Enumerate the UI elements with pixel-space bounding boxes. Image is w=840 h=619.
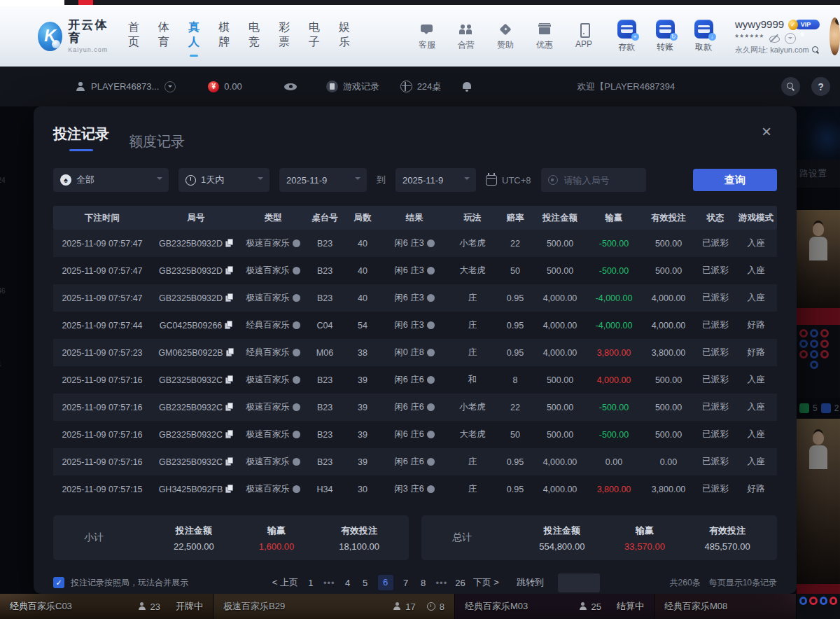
- table-tile[interactable]: 极速百家乐B29178: [214, 594, 455, 619]
- copy-icon[interactable]: [225, 321, 232, 330]
- nav-esports[interactable]: 电竞: [248, 20, 260, 53]
- notifications-button[interactable]: [462, 81, 472, 92]
- cell-result: 闲6 庄3: [381, 319, 448, 331]
- chevron-down-icon[interactable]: [785, 33, 796, 44]
- page-button[interactable]: 8: [419, 578, 428, 588]
- partner-button[interactable]: 合营: [454, 22, 479, 51]
- lobby-grid-icon: [400, 81, 412, 92]
- search-button[interactable]: [781, 77, 800, 96]
- transfer-button[interactable]: ↻ 转账: [652, 20, 678, 53]
- date-from-select[interactable]: 2025-11-9: [279, 168, 367, 192]
- deposit-button[interactable]: + 存款: [613, 20, 640, 53]
- app-button[interactable]: APP: [571, 22, 596, 51]
- page-button[interactable]: 4: [343, 578, 353, 588]
- query-button[interactable]: 查询: [693, 169, 777, 191]
- merge-checkbox[interactable]: [53, 577, 64, 588]
- next-page-button[interactable]: 下页 >: [473, 576, 499, 589]
- cell-valid: 0.00: [641, 457, 696, 467]
- table-strip: 经典百家乐C0323开牌中极速百家乐B29178经典百家乐M0325结算中经典百…: [0, 594, 797, 619]
- cell-mode: 好路: [735, 347, 777, 359]
- nav-sports[interactable]: 体育: [158, 20, 169, 53]
- page-button[interactable]: 26: [455, 578, 465, 588]
- info-icon: [293, 458, 300, 466]
- nav-slots[interactable]: 电子: [309, 20, 320, 53]
- cell-win: -4,000.00: [587, 321, 641, 331]
- prev-page-button[interactable]: < 上页: [272, 576, 298, 589]
- jump-page-input[interactable]: [558, 573, 600, 592]
- spade-icon: ♠: [60, 174, 71, 186]
- total-label: 总计: [452, 531, 519, 544]
- brand-logo[interactable]: K 开云体育 Kaiyun.com: [38, 19, 113, 53]
- withdraw-button[interactable]: ↓ 取款: [690, 20, 717, 53]
- info-icon: [427, 458, 435, 466]
- ellipsis: •••: [323, 578, 335, 588]
- cell-result: 闲6 庄3: [381, 265, 448, 277]
- subtotal-bet: 22,500.00: [174, 541, 214, 552]
- round-id-icon: [548, 175, 558, 185]
- copy-icon[interactable]: [225, 293, 233, 302]
- cell-play: 大老虎: [448, 429, 497, 440]
- nav-home[interactable]: 首页: [128, 20, 139, 53]
- nav-live-casino[interactable]: 真人: [188, 20, 200, 53]
- copy-icon[interactable]: [225, 239, 233, 248]
- player-ring-icon: [799, 597, 807, 605]
- game-category-select[interactable]: ♠ 全部: [53, 168, 169, 192]
- toggle-visibility[interactable]: [284, 83, 297, 91]
- page-button[interactable]: 1: [306, 578, 316, 588]
- copy-icon[interactable]: [225, 375, 233, 384]
- cell-games: 40: [344, 293, 381, 303]
- cell-win: -500.00: [587, 430, 641, 440]
- tab-bet-records[interactable]: 投注记录: [53, 125, 109, 151]
- user-avatar[interactable]: [830, 18, 840, 55]
- col-odds: 赔率: [497, 212, 533, 224]
- tables-button[interactable]: 224桌: [400, 81, 442, 93]
- close-icon[interactable]: ×: [762, 123, 771, 140]
- eye-off-icon[interactable]: [769, 34, 780, 43]
- date-to-select[interactable]: 2025-11-9: [396, 168, 476, 192]
- cell-round: GB2325B0932C: [151, 430, 241, 440]
- cell-win: -500.00: [587, 266, 641, 276]
- promo-button[interactable]: 优惠: [532, 22, 557, 51]
- game-record-button[interactable]: 游戏记录: [326, 81, 379, 93]
- help-button[interactable]: ?: [811, 77, 830, 96]
- table-row: 2025-11-09 07:57:44GC0425B09266经典百家乐C045…: [53, 312, 777, 339]
- cell-games: 54: [344, 321, 381, 331]
- col-type: 类型: [241, 212, 305, 224]
- page-button-current[interactable]: 6: [378, 575, 393, 590]
- page-button[interactable]: 7: [401, 578, 411, 588]
- question-icon: ?: [818, 81, 824, 92]
- copy-icon[interactable]: [225, 403, 233, 412]
- sponsor-button[interactable]: 赞助: [493, 22, 518, 51]
- table-tile[interactable]: 经典百家乐M0325结算中: [455, 594, 654, 619]
- cell-result: 闲6 庄6: [381, 374, 448, 386]
- category-value: 全部: [76, 174, 94, 186]
- timer-icon: [427, 602, 435, 611]
- player-selector[interactable]: PLAYER46873...: [76, 81, 176, 92]
- col-valid-bet: 有效投注: [641, 212, 696, 224]
- copy-icon[interactable]: [225, 485, 233, 494]
- nav-cards[interactable]: 棋牌: [218, 20, 230, 53]
- magnifier-icon[interactable]: [812, 46, 820, 54]
- col-round-id: 局号: [151, 212, 241, 224]
- balance-display[interactable]: 0.00: [208, 81, 241, 92]
- timezone-display[interactable]: UTC+8: [486, 175, 531, 186]
- copy-icon[interactable]: [225, 457, 233, 466]
- copy-icon[interactable]: [226, 348, 234, 357]
- round-search-field[interactable]: [541, 168, 646, 192]
- tab-quota-records[interactable]: 额度记录: [129, 132, 185, 151]
- table-tile[interactable]: 经典百家乐M08: [654, 594, 797, 619]
- round-input[interactable]: [563, 174, 639, 186]
- table-tile[interactable]: 经典百家乐C0323开牌中: [0, 594, 214, 619]
- period-select[interactable]: 1天内: [178, 168, 270, 192]
- service-button[interactable]: 客服: [414, 22, 440, 51]
- page-button[interactable]: 5: [360, 578, 370, 588]
- bet-table-body: 2025-11-09 07:57:47GB2325B0932D极速百家乐B234…: [53, 230, 777, 503]
- nav-entertainment[interactable]: 娱乐: [339, 20, 350, 53]
- nav-lottery[interactable]: 彩票: [279, 20, 290, 53]
- cell-mode: 好路: [735, 483, 777, 495]
- cell-odds: 22: [497, 239, 533, 249]
- copy-icon[interactable]: [225, 430, 233, 439]
- cell-odds: 0.95: [497, 457, 533, 467]
- copy-icon[interactable]: [225, 266, 233, 275]
- cell-result: 闲6 庄6: [381, 401, 448, 413]
